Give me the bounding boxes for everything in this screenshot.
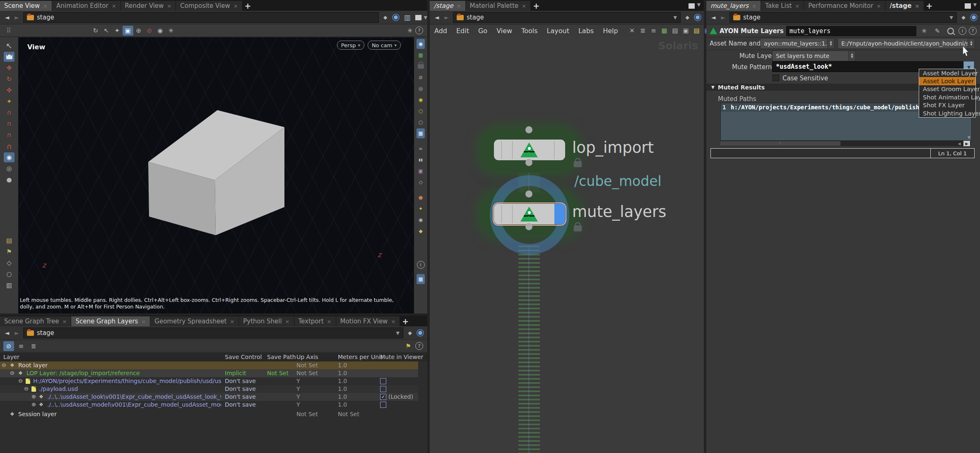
- close-icon[interactable]: ×: [327, 318, 332, 325]
- tab-take-list[interactable]: Take List×: [761, 1, 804, 11]
- close-icon[interactable]: ×: [167, 3, 171, 9]
- menu-go[interactable]: Go: [474, 27, 492, 35]
- shelf-grid-icon[interactable]: ▤: [4, 236, 14, 246]
- node-flag-seam[interactable]: [512, 141, 513, 159]
- spinner-icon[interactable]: ▲▼: [968, 39, 975, 48]
- link-target-icon[interactable]: [392, 14, 400, 21]
- toolbar-handle-icon[interactable]: ⠿: [3, 26, 14, 36]
- back-icon[interactable]: ◄: [3, 14, 11, 21]
- table-row-usd-look[interactable]: ⊕ ❖ ./..\..\usdAsset_look\v001\Expr_cube…: [0, 393, 418, 401]
- mute-checkbox-checked[interactable]: ✓: [380, 394, 386, 400]
- hand-tool-icon[interactable]: ◇: [417, 177, 425, 187]
- pin-icon[interactable]: ◆: [406, 328, 414, 338]
- snap-curve-icon[interactable]: ∩: [4, 119, 14, 129]
- snapshot-gallery-icon[interactable]: ▣: [417, 166, 425, 176]
- gear-icon[interactable]: ✳: [919, 26, 929, 36]
- chevron-down-icon[interactable]: ▼: [674, 15, 677, 20]
- column-header[interactable]: Up Axis: [296, 354, 318, 360]
- menu-labs[interactable]: Labs: [574, 27, 598, 35]
- mute-checkbox[interactable]: [380, 378, 386, 384]
- collapse-icon[interactable]: ⊖: [18, 378, 23, 384]
- info-icon[interactable]: i: [958, 27, 966, 35]
- spin-down-icon[interactable]: ▼: [970, 43, 972, 46]
- view-info-icon[interactable]: i: [417, 260, 425, 270]
- tab-python-shell[interactable]: Python Shell×: [239, 316, 294, 326]
- close-icon[interactable]: ×: [63, 318, 67, 325]
- brush-icon[interactable]: ✎: [932, 26, 943, 36]
- node-flag-seam[interactable]: [554, 141, 554, 159]
- render-region-icon[interactable]: ●: [4, 175, 14, 185]
- close-icon[interactable]: ×: [522, 3, 526, 9]
- shelf-hand-icon[interactable]: ◇: [4, 258, 14, 268]
- close-icon[interactable]: ×: [285, 318, 290, 325]
- tab-render-view[interactable]: Render View×: [121, 1, 176, 11]
- spinner-icon[interactable]: ▲▼: [848, 51, 855, 61]
- new-tab-button[interactable]: +: [924, 1, 935, 11]
- spin-down-icon[interactable]: ▼: [851, 56, 853, 59]
- render-flipbook-icon[interactable]: ◉: [155, 26, 166, 36]
- scene-path-field[interactable]: stage: [23, 12, 379, 23]
- help-icon[interactable]: ?: [969, 27, 977, 35]
- wireframe-icon[interactable]: ▦: [417, 50, 425, 60]
- current-prim-badge[interactable]: /cube_model: [574, 173, 662, 189]
- scale-tool-icon[interactable]: ✜: [4, 85, 14, 95]
- help-icon[interactable]: ?: [415, 27, 423, 34]
- menu-edit[interactable]: Edit: [452, 27, 474, 35]
- node-label-mute-layers[interactable]: mute_layers: [572, 203, 666, 221]
- network-boxes-icon[interactable]: ▣: [681, 26, 691, 36]
- mute-filter-icon[interactable]: ⊘: [3, 341, 14, 351]
- mute-checkbox[interactable]: [380, 386, 386, 392]
- help-icon[interactable]: ?: [415, 342, 423, 350]
- params-path-field[interactable]: stage ▼: [730, 12, 957, 23]
- node-lop-import[interactable]: [494, 140, 565, 160]
- close-icon[interactable]: ×: [915, 3, 920, 9]
- chevron-down-icon[interactable]: ▼: [396, 330, 400, 336]
- back-icon[interactable]: ◄: [3, 329, 11, 337]
- close-icon[interactable]: ×: [234, 3, 238, 9]
- shelf-flag-icon[interactable]: ⚑: [4, 247, 14, 257]
- tab-animation-editor[interactable]: Animation Editor×: [52, 1, 121, 11]
- no-selection-icon[interactable]: ⊘: [144, 26, 155, 36]
- search-icon[interactable]: [945, 26, 956, 36]
- tab-geometry-spreadsheet[interactable]: Geometry Spreadsheet×: [150, 316, 239, 326]
- flag-icon[interactable]: ⚑: [403, 341, 414, 351]
- cube-display-icon[interactable]: ▥: [402, 12, 413, 22]
- table-row-usd-model[interactable]: ⊕ ❖ ./..\..\usdAsset_model\v001\Expr_cub…: [0, 401, 418, 409]
- menu-tools[interactable]: Tools: [517, 27, 542, 35]
- node-type-icon[interactable]: [710, 28, 717, 34]
- pose-tool-icon[interactable]: ✦: [4, 96, 14, 106]
- chevron-down-icon[interactable]: ▼: [950, 15, 953, 20]
- back-icon[interactable]: ◄: [433, 14, 441, 21]
- snap-grid-icon[interactable]: ∩: [4, 108, 14, 118]
- list-icon[interactable]: ≡: [648, 26, 659, 36]
- asset-path-field[interactable]: E:/Ynput/ayon-houdini/client/ayon_houdin…: [838, 38, 975, 49]
- new-tab-button[interactable]: +: [400, 316, 411, 326]
- headlight-icon[interactable]: ◉: [417, 95, 425, 105]
- tab-stage[interactable]: /stage×: [430, 1, 466, 11]
- spin-down-icon[interactable]: ▼: [830, 43, 832, 46]
- scroll-left-icon[interactable]: ◀: [956, 141, 963, 146]
- close-icon[interactable]: ×: [112, 3, 116, 9]
- menu-item-shot-fx-layer[interactable]: Shot FX Layer: [919, 101, 975, 109]
- select-tool-icon[interactable]: ↖: [4, 41, 14, 51]
- rotate-tool-icon[interactable]: ↻: [4, 74, 14, 84]
- lock-camera-icon[interactable]: [417, 61, 425, 71]
- sticky-note-icon[interactable]: ▤: [691, 26, 702, 36]
- tree-icon[interactable]: ≣: [638, 26, 648, 36]
- viewport-settings-icon[interactable]: ✳: [166, 26, 176, 36]
- menu-item-asset-groom-layer[interactable]: Asset Groom Layer: [919, 85, 975, 93]
- new-tab-button[interactable]: +: [243, 1, 253, 11]
- ground-plane-icon[interactable]: ◆: [417, 226, 425, 236]
- back-icon[interactable]: ◄: [710, 14, 717, 21]
- displacement-icon[interactable]: ▦: [417, 128, 425, 138]
- node-label-lop-import[interactable]: lop_import: [572, 139, 654, 157]
- output-connector[interactable]: [525, 223, 532, 230]
- tab-composite-view[interactable]: Composite View×: [176, 1, 242, 11]
- link-target-icon[interactable]: [970, 14, 978, 21]
- table-row-session-layer[interactable]: ❖ Session layer Not Set Not Set: [0, 410, 418, 418]
- pin-icon[interactable]: ◆: [683, 12, 691, 22]
- table-row-usd-asset[interactable]: ⊖ H:/AYON/projects/Experiments/things/cu…: [0, 377, 418, 385]
- color-palette-icon[interactable]: ▦: [659, 26, 670, 36]
- multi-sphere-icon[interactable]: ◉: [417, 215, 425, 225]
- node-flag-seam[interactable]: [512, 205, 513, 223]
